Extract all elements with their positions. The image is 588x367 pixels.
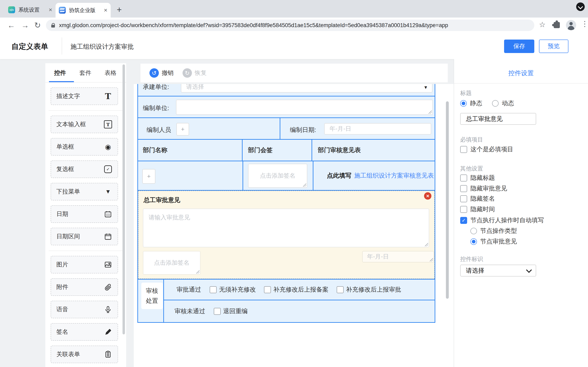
control-item-checkbox[interactable]: 复选框 ✓ — [51, 160, 118, 178]
control-item-description-text[interactable]: 描述文字 T — [51, 87, 118, 105]
sidebar-scrollbar[interactable] — [122, 64, 125, 334]
hide-signature-checkbox[interactable] — [460, 195, 467, 202]
sidebar-group-divider — [49, 110, 123, 111]
browser-profile-avatar[interactable] — [566, 20, 576, 30]
review-options-cell: 审批通过 无须补充修改 补充修改后上报备案 补充修改后上报审批 — [164, 280, 435, 322]
dept-review-header: 部门审核意见表 — [312, 140, 435, 161]
redo-button[interactable]: ↻ 恢复 — [182, 68, 207, 78]
checkbox-icon[interactable] — [210, 286, 217, 293]
pass-option-2[interactable]: 补充修改后上报备案 — [264, 285, 329, 294]
node-action-type-row[interactable]: 节点操作类型 — [470, 227, 517, 235]
hide-comment-row[interactable]: 隐藏审批意见 — [460, 184, 507, 193]
hide-time-row[interactable]: 隐藏时间 — [460, 205, 495, 213]
new-tab-button[interactable]: + — [114, 5, 124, 15]
control-item-text-input[interactable]: 文本输入框 T — [51, 116, 118, 133]
autofill-row[interactable]: 节点执行人操作时自动填写 — [460, 216, 544, 225]
xiezhu-favicon-icon — [59, 7, 66, 14]
resize-handle[interactable] — [196, 270, 199, 274]
hide-title-row[interactable]: 隐藏标题 — [460, 174, 495, 182]
required-section-label: 必填项目 — [460, 136, 483, 143]
resize-handle[interactable] — [425, 243, 428, 246]
form-row-compiling-unit[interactable]: 编制单位: — [138, 96, 435, 117]
compiling-unit-textarea[interactable] — [176, 100, 433, 115]
dept-name-cell[interactable]: + — [138, 161, 243, 190]
close-tab-icon[interactable]: × — [104, 7, 107, 13]
hide-title-checkbox[interactable] — [460, 175, 467, 182]
chief-signature-box[interactable]: 点击添加签名 — [143, 251, 200, 275]
form-cell-date[interactable]: 编制日期: 年-月-日 — [280, 118, 435, 139]
browser-tab-xiezhu[interactable]: 协筑企业版 × — [56, 3, 111, 17]
resize-handle[interactable] — [303, 184, 306, 187]
tab-controls[interactable]: 控件 — [54, 69, 66, 77]
control-item-date[interactable]: 日期 — [51, 205, 118, 223]
resize-handle[interactable] — [430, 258, 433, 261]
control-item-signature[interactable]: 签名 — [51, 323, 118, 341]
chief-comment-textarea[interactable]: 请输入审批意见 — [143, 209, 429, 247]
title-value-input[interactable] — [460, 113, 536, 125]
close-tab-icon[interactable]: × — [49, 7, 52, 13]
browser-menu-chevron-button[interactable] — [576, 2, 585, 11]
chief-date-input[interactable]: 年-月-日 — [362, 251, 434, 262]
attachment-icon — [104, 283, 112, 291]
control-item-date-range[interactable]: 日期区间 — [51, 228, 118, 245]
compile-date-input[interactable]: 年-月-日 — [324, 123, 431, 134]
hide-signature-row[interactable]: 隐藏签名 — [460, 194, 495, 203]
required-checkbox[interactable] — [460, 146, 467, 153]
dept-sign-cell[interactable]: 点击添加签名 — [243, 161, 313, 190]
autofill-checkbox-checked[interactable] — [460, 217, 467, 224]
hide-comment-checkbox[interactable] — [460, 185, 467, 192]
save-button[interactable]: 保存 — [504, 40, 534, 53]
browser-tabstrip: </> 系统设置 × 协筑企业版 × + — [0, 0, 588, 17]
add-dept-button[interactable]: + — [142, 169, 155, 184]
control-item-voice[interactable]: 语音 — [51, 301, 118, 318]
browser-more-menu-icon[interactable]: ⋮ — [581, 20, 588, 28]
static-radio[interactable] — [460, 100, 467, 107]
tab-tables[interactable]: 表格 — [104, 69, 116, 77]
extensions-icon[interactable] — [554, 22, 560, 28]
canvas-scrollbar[interactable] — [446, 101, 449, 299]
identifier-select[interactable]: 请选择 — [460, 265, 536, 276]
hide-time-checkbox[interactable] — [460, 206, 467, 213]
checkbox-icon[interactable] — [337, 286, 344, 293]
control-item-dropdown[interactable]: 下拉菜单 ▼ — [51, 183, 118, 200]
control-item-image[interactable]: 图片 — [51, 256, 118, 273]
tab-kits[interactable]: 套件 — [79, 69, 91, 77]
resize-handle[interactable] — [429, 110, 432, 114]
control-item-radio[interactable]: 单选框 ◉ — [51, 138, 118, 156]
checkbox-icon[interactable] — [214, 308, 221, 315]
bookmark-star-icon[interactable]: ☆ — [539, 20, 545, 29]
dept-sign-header: 部门会签 — [242, 140, 312, 161]
control-settings-panel: 控件设置 标题 静态 动态 必填项目 这个是必填项目 其他设置 隐藏标题 隐藏审… — [454, 59, 588, 367]
refresh-button[interactable]: ↻ — [34, 20, 41, 31]
contractor-select[interactable]: 请选择 ▼ — [181, 84, 432, 92]
back-button[interactable]: ← — [7, 20, 15, 31]
approval-pass-row: 审批通过 无须补充修改 补充修改后上报备案 补充修改后上报审批 — [164, 280, 435, 300]
node-action-type-radio[interactable] — [470, 228, 477, 234]
node-approval-comment-row[interactable]: 节点审批意见 — [470, 237, 517, 246]
review-sheet-link[interactable]: 施工组织设计方案审核意见表 — [354, 171, 434, 180]
checkbox-icon[interactable] — [264, 286, 271, 293]
form-cell-staff[interactable]: 编制人员 + — [138, 118, 280, 139]
checkbox-icon: ✓ — [104, 165, 112, 174]
control-item-related-form[interactable]: 关联表单 — [51, 346, 118, 363]
dept-signature-box[interactable]: 点击添加签名 — [248, 164, 307, 188]
preview-button[interactable]: 预览 — [539, 40, 568, 53]
title-mode-radios: 静态 动态 — [460, 99, 514, 108]
control-item-attachment[interactable]: 附件 — [51, 278, 118, 296]
required-option-row[interactable]: 这个是必填项目 — [460, 145, 513, 154]
add-staff-button[interactable]: + — [176, 123, 189, 136]
chevron-down-icon — [526, 267, 532, 273]
glodon-system-favicon-icon: </> — [8, 6, 15, 13]
address-bar[interactable]: xmgl.glodon.com/project-doc/workbench/xf… — [46, 20, 534, 31]
chief-approval-section-selected[interactable]: 总工审批意见 × 请输入审批意见 点击添加签名 年-月-日 — [138, 190, 435, 279]
forward-button[interactable]: → — [21, 20, 29, 31]
delete-control-button[interactable]: × — [424, 192, 432, 200]
browser-tab-system-settings[interactable]: </> 系统设置 × — [5, 3, 56, 16]
undo-button[interactable]: ↺ 撤销 — [149, 68, 173, 78]
fail-option-1[interactable]: 退回重编 — [214, 307, 248, 315]
node-approval-comment-radio[interactable] — [470, 238, 477, 245]
pass-option-1[interactable]: 无须补充修改 — [210, 285, 256, 294]
dynamic-radio[interactable] — [492, 100, 499, 107]
form-row-contractor[interactable]: 承建单位: 请选择 ▼ — [138, 84, 435, 96]
pass-option-3[interactable]: 补充修改后上报审批 — [337, 285, 401, 294]
